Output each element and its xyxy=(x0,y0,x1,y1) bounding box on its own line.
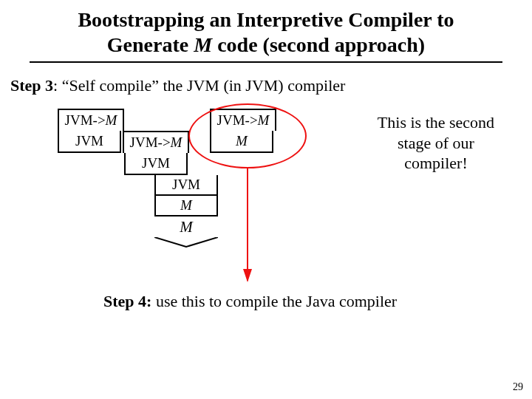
t-left-src-tgt: M xyxy=(106,112,117,129)
t-left-impl: JVM xyxy=(58,131,121,153)
step3-line: Step 3: “Self compile” the JVM (in JVM) … xyxy=(0,76,532,95)
step3-label: Step 3 xyxy=(10,76,53,95)
t-left-source: JVM->M xyxy=(59,110,123,131)
title-underline xyxy=(30,61,502,63)
stack-cell-m1: M xyxy=(154,196,218,216)
v-notch-icon xyxy=(154,237,218,248)
title-line2a: Generate xyxy=(107,33,194,56)
t-mid-source: JVM->M xyxy=(124,132,188,153)
t-right-source: JVM->M xyxy=(211,110,275,131)
note-l1: This is the second xyxy=(378,113,494,132)
t-diagram-middle: JVM->M JVM xyxy=(123,131,189,175)
step4-line: Step 4: use this to compile the Java com… xyxy=(103,292,397,311)
side-note: This is the second stage of our compiler… xyxy=(355,112,517,174)
title-line2b: code (second approach) xyxy=(212,33,425,56)
note-l3: compiler! xyxy=(404,154,468,172)
step3-text: : “Self compile” the JVM (in JVM) compil… xyxy=(53,76,345,95)
t-left-src-text: JVM-> xyxy=(65,112,106,129)
t-diagram-left: JVM->M JVM xyxy=(58,109,124,153)
page-number: 29 xyxy=(513,381,523,393)
title-line2-ital: M xyxy=(194,33,212,56)
t-diagram-right: JVM->M M xyxy=(210,109,276,153)
stack-cell-jvm: JVM xyxy=(154,175,218,196)
step4-text: use this to compile the Java compiler xyxy=(151,292,397,310)
t-mid-impl: JVM xyxy=(124,153,188,175)
slide-title: Bootstrapping an Interpretive Compiler t… xyxy=(0,0,532,61)
t-right-src-text: JVM-> xyxy=(217,112,258,129)
step4-label: Step 4: xyxy=(103,292,151,310)
t-right-src-tgt: M xyxy=(258,112,270,129)
t-right-impl: M xyxy=(210,131,273,153)
note-l2: stage of our xyxy=(398,134,474,152)
t-mid-src-text: JVM-> xyxy=(130,134,171,151)
t-mid-src-tgt: M xyxy=(171,134,183,151)
stack-cell-m2: M xyxy=(154,216,218,237)
title-line1: Bootstrapping an Interpretive Compiler t… xyxy=(78,8,454,31)
